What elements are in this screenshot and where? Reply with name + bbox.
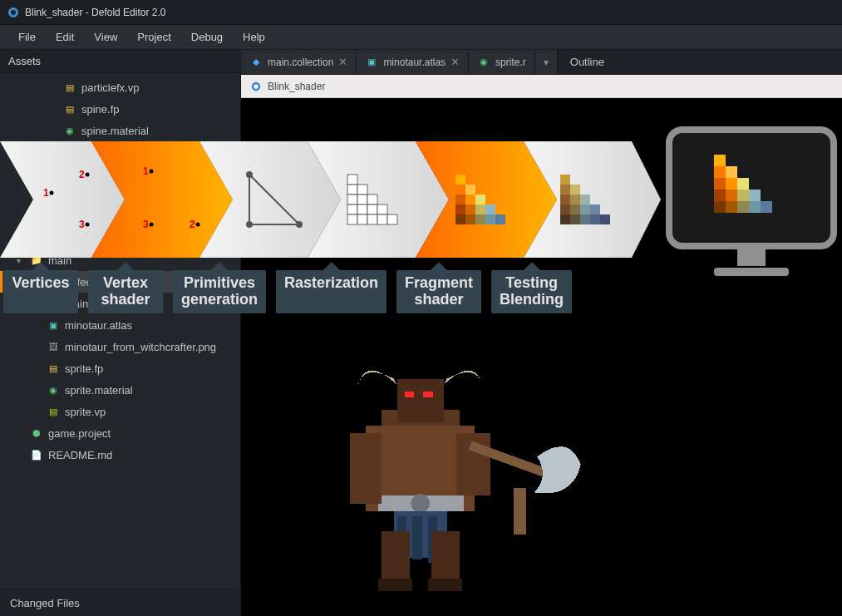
tab-minotaur-atlas[interactable]: ▣ minotaur.atlas ✕ (357, 50, 469, 74)
menu-help[interactable]: Help (233, 26, 275, 48)
tab-sprite-r[interactable]: ◉ sprite.r (469, 50, 535, 74)
menubar: File Edit View Project Debug Help (0, 25, 842, 50)
svg-rect-98 (737, 201, 749, 213)
tree-row-label: main (48, 254, 71, 267)
material-icon: ◉ (63, 124, 76, 137)
svg-rect-6 (397, 379, 444, 423)
tree-row[interactable]: ◉sprite.material (0, 379, 240, 401)
svg-rect-17 (382, 531, 410, 581)
tree-row[interactable]: ▤spine.fp (0, 98, 240, 120)
svg-rect-83 (669, 130, 834, 246)
scene-tab-label[interactable]: Blink_shader (268, 81, 325, 92)
tree-row[interactable]: ▾📁main (0, 249, 240, 271)
assets-panel-header: Assets (0, 50, 240, 73)
tree-row[interactable]: ◆main.collection (0, 293, 240, 314)
folder-icon: 📁 (30, 254, 43, 267)
tree-row-label: spine.fp (81, 103, 120, 116)
shader-icon: ▤ (63, 102, 76, 116)
expander-icon[interactable]: ▸ (33, 170, 42, 179)
assets-tree[interactable]: ▤particlefx.vp▤spine.fp◉spine.material◉t… (0, 73, 240, 589)
folder-icon: 📁 (30, 232, 43, 245)
assets-panel: Assets ▤particlefx.vp▤spine.fp◉spine.mat… (0, 50, 241, 616)
svg-rect-88 (726, 166, 737, 178)
tree-row[interactable]: ▸📁scripts (0, 206, 240, 228)
tab-main-collection[interactable]: ◆ main.collection ✕ (241, 50, 357, 74)
expander-icon[interactable]: ▸ (33, 213, 42, 222)
tree-row-label: particlefx.vp (81, 81, 139, 94)
scene-tab-row: Blink_shader (241, 75, 842, 98)
project-icon: ⬢ (30, 426, 43, 440)
shader-icon: ▤ (47, 362, 60, 375)
tree-row[interactable]: ◉tile_map.materi (0, 141, 240, 163)
svg-point-1 (11, 10, 16, 15)
tree-row[interactable]: ▤sprite.vp (0, 401, 240, 422)
tree-row[interactable]: ▸📁input (0, 228, 240, 249)
tree-row[interactable]: ▸📁render (0, 185, 240, 206)
tree-row[interactable]: ▣minotaur.atlas (0, 314, 240, 336)
tree-row[interactable]: ▤particlefx.vp (0, 76, 240, 98)
tree-row[interactable]: ▤sprite.fp (0, 357, 240, 379)
svg-rect-86 (714, 155, 726, 166)
menu-view[interactable]: View (84, 26, 127, 48)
monitor-icon (664, 125, 839, 283)
tree-row-label: main.collection (65, 298, 136, 310)
svg-rect-93 (726, 190, 737, 201)
tree-row[interactable]: ⬢game.project (0, 422, 240, 444)
tree-row-label: scripts (65, 211, 96, 224)
expander-icon[interactable]: ▸ (17, 234, 25, 244)
tree-row-label: spine.material (81, 125, 149, 137)
svg-rect-87 (714, 166, 726, 178)
shader-icon: ▤ (63, 81, 76, 94)
tree-row[interactable]: 🖼minotaur_from_witchcrafter.png (0, 336, 240, 357)
folder-icon: 📁 (47, 210, 60, 224)
tree-row-label: blink_effect.script (40, 276, 123, 288)
window-title: Blink_shader - Defold Editor 2.0 (25, 7, 165, 18)
svg-rect-85 (714, 268, 789, 276)
svg-rect-13 (412, 516, 421, 560)
material-icon: ◉ (47, 383, 60, 397)
svg-rect-84 (737, 249, 766, 266)
tree-row-label: sprite.material (65, 384, 133, 397)
tree-row[interactable]: 📄README.md (0, 444, 240, 466)
menu-file[interactable]: File (8, 26, 46, 48)
menu-project[interactable]: Project (127, 26, 180, 48)
changed-files-header[interactable]: Changed Files (0, 589, 240, 616)
menu-debug[interactable]: Debug (181, 26, 233, 48)
tab-label: main.collection (268, 57, 333, 68)
tree-row-label: tile_map.materi (81, 146, 155, 159)
svg-rect-18 (431, 531, 460, 581)
defold-logo-icon (7, 6, 20, 19)
tree-row-label: e_r (65, 168, 81, 180)
tree-row-label: input (48, 233, 71, 245)
tree-row[interactable]: ▸📁e_r (0, 163, 240, 185)
close-icon[interactable]: ✕ (451, 56, 460, 68)
svg-rect-100 (761, 201, 772, 213)
folder-icon: 📁 (47, 167, 60, 180)
minotaur-sprite (270, 347, 586, 597)
collection-icon: ◆ (249, 56, 263, 69)
expander-icon[interactable]: ▾ (17, 256, 25, 265)
tree-row-label: render (65, 190, 96, 202)
collection-icon: ◆ (47, 297, 60, 310)
material-icon: ◉ (477, 56, 490, 69)
svg-rect-8 (423, 392, 432, 398)
expander-icon[interactable]: ▸ (33, 191, 42, 200)
editor-tabstrip: ◆ main.collection ✕ ▣ minotaur.atlas ✕ ◉… (241, 50, 842, 75)
tree-row[interactable]: ⚙blink_effect.script (0, 271, 240, 293)
tree-row[interactable]: ◉spine.material (0, 120, 240, 141)
svg-rect-89 (714, 178, 726, 190)
script-icon: ⚙ (22, 275, 35, 288)
doc-icon: 📄 (30, 448, 43, 461)
svg-rect-99 (749, 201, 761, 213)
menu-edit[interactable]: Edit (46, 26, 84, 48)
material-icon: ◉ (63, 145, 76, 159)
shader-icon: ▤ (47, 405, 60, 418)
svg-rect-15 (350, 433, 382, 503)
tree-row-label: game.project (48, 427, 111, 440)
tree-row-label: minotaur.atlas (65, 319, 132, 332)
image-icon: 🖼 (47, 340, 60, 353)
tab-overflow[interactable]: ▾ (535, 50, 558, 74)
svg-rect-7 (405, 392, 414, 398)
close-icon[interactable]: ✕ (338, 56, 347, 68)
tab-label: sprite.r (495, 57, 526, 68)
